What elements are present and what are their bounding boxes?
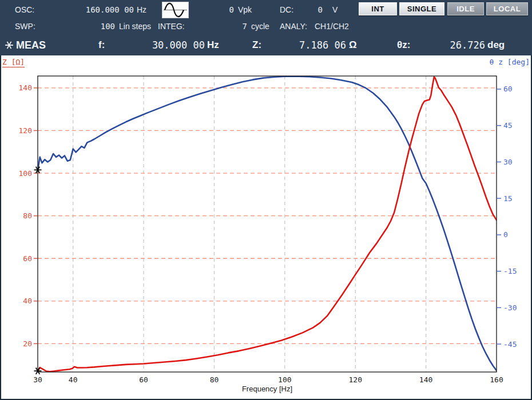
idle-status-button[interactable]: IDLE <box>447 2 484 15</box>
x-tick-label: 60 <box>139 375 148 384</box>
right-tick-label: 0 <box>503 230 508 239</box>
left-tick-label: 60 <box>23 254 32 263</box>
meas-phase-value: 26.726 <box>432 38 485 53</box>
impedance-analyzer-screen: OSC: 160.000 00 Hz 0 Vpk DC: 0 V INT SIN… <box>0 0 532 400</box>
meas-frequency-unit: Hz <box>207 38 219 53</box>
sweep-steps-value: 100 <box>86 20 115 33</box>
x-tick-label: 80 <box>210 375 219 384</box>
osc-label: OSC: <box>15 3 34 16</box>
dc-label: DC: <box>280 3 293 16</box>
left-tick-label: 20 <box>23 339 32 348</box>
meas-frequency-value: 30.000 00 <box>130 38 205 53</box>
meas-phase-unit: deg <box>487 38 505 53</box>
dc-value: 0 <box>307 3 323 16</box>
right-tick-label: -15 <box>503 267 517 275</box>
sweep-label: SWP: <box>15 20 35 33</box>
osc-amplitude-value: 0 <box>213 3 234 16</box>
trace-phase <box>38 77 497 371</box>
sweep-steps-unit: Lin steps <box>119 20 151 33</box>
meas-impedance-value: 7.186 06 <box>275 38 346 53</box>
single-sweep-button[interactable]: SINGLE <box>399 2 444 15</box>
analysis-value: CH1/CH2 <box>315 20 349 33</box>
right-tick-label: 30 <box>503 158 513 166</box>
right-tick-label: -45 <box>503 340 517 349</box>
x-axis-title: Frequency [Hz] <box>216 385 319 393</box>
x-tick-label: 140 <box>419 375 432 384</box>
int-reference-button[interactable]: INT <box>359 2 397 15</box>
right-tick-label: -30 <box>503 303 517 312</box>
integration-value: 7 <box>229 20 247 33</box>
status-header: OSC: 160.000 00 Hz 0 Vpk DC: 0 V INT SIN… <box>0 0 532 55</box>
right-tick-label: 45 <box>503 121 513 130</box>
meas-phase-label: θz: <box>397 38 410 53</box>
right-tick-label: 60 <box>503 85 513 93</box>
sweep-plot: 20406080100120140-45-30-1501530456030406… <box>0 57 532 400</box>
x-tick-label: 100 <box>278 375 291 384</box>
x-tick-label: 30 <box>33 375 42 384</box>
marker-asterisk-icon <box>5 39 14 54</box>
analysis-label: ANALY: <box>280 20 307 33</box>
x-tick-label: 120 <box>348 375 362 384</box>
integration-label: INTEG: <box>158 20 185 33</box>
osc-frequency-value: 160.000 00 <box>68 3 134 16</box>
meas-frequency-label: f: <box>98 38 105 53</box>
x-axis: 30406080100120140160 <box>33 375 503 384</box>
z-gridlines <box>38 88 497 344</box>
x-tick-label: 40 <box>69 375 78 384</box>
integration-unit: cycle <box>251 20 269 33</box>
left-tick-label: 80 <box>23 211 32 220</box>
right-axis: -45-30-15015304560 <box>497 85 517 348</box>
left-tick-label: 100 <box>19 169 32 178</box>
plot-frame <box>38 76 497 372</box>
osc-frequency-unit: Hz <box>137 3 146 16</box>
left-axis: 20406080100120140 <box>19 83 37 348</box>
left-tick-label: 140 <box>19 83 32 92</box>
sine-wave-icon <box>162 2 189 18</box>
x-tick-label: 160 <box>490 375 503 384</box>
osc-amplitude-unit: Vpk <box>238 3 252 16</box>
x-gridlines <box>73 76 426 372</box>
local-button[interactable]: LOCAL <box>486 2 528 15</box>
dc-unit: V <box>332 3 338 16</box>
meas-impedance-unit: Ω <box>349 38 357 53</box>
trace-curves <box>38 77 497 372</box>
trace-impedance <box>38 77 497 372</box>
left-tick-label: 40 <box>23 297 32 305</box>
left-tick-label: 120 <box>19 126 32 135</box>
right-tick-label: 15 <box>503 194 513 203</box>
meas-title: MEAS <box>16 38 46 53</box>
meas-impedance-label: Z: <box>252 38 261 53</box>
